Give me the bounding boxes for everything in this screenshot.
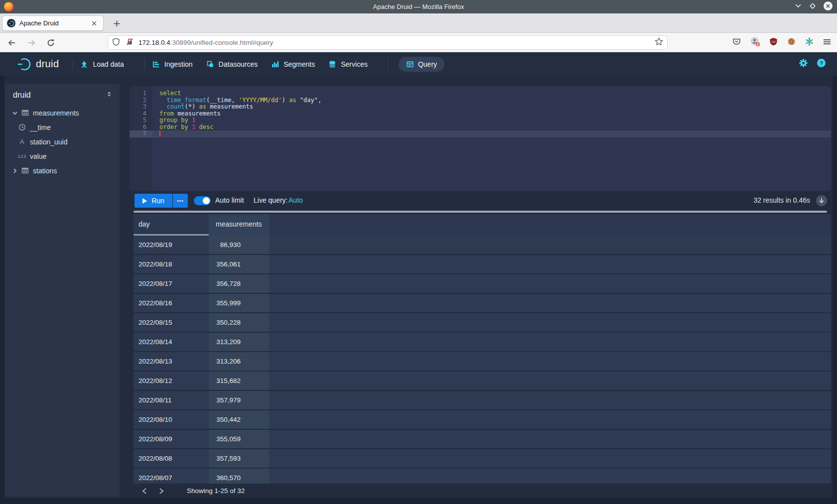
cell-day[interactable]: 2022/08/09 [134,430,209,448]
previous-page-icon[interactable] [140,487,149,496]
back-icon[interactable] [6,37,18,49]
browser-toolbar: 172.18.0.4:30899/unified-console.html#qu… [0,33,837,52]
cell-day[interactable]: 2022/08/16 [134,294,209,312]
cell-measurements[interactable]: 356,061 [209,255,269,273]
minimize-icon[interactable] [794,2,802,12]
page-edge [0,498,837,504]
editor-line[interactable]: 6order by 1 desc [130,124,831,131]
cell-day[interactable]: 2022/08/18 [134,255,209,273]
cell-measurements[interactable]: 360,570 [209,469,269,484]
page-edge [0,76,4,504]
editor-line[interactable]: 7 [130,130,831,137]
extension-disabled-icon[interactable] [750,37,760,48]
pagination-bar: Showing 1-25 of 32 [130,484,831,498]
results-header: day measurements [134,214,831,236]
line-number: 4 [130,111,152,118]
close-icon[interactable] [823,1,833,13]
auto-limit-toggle[interactable] [194,196,211,205]
cell-day[interactable]: 2022/08/07 [134,469,209,484]
nav-load-data[interactable]: Load data [80,60,124,68]
new-tab-button[interactable] [111,17,123,29]
cell-measurements[interactable]: 357,593 [209,449,269,468]
cell-filler [269,410,831,429]
tab-apache-druid[interactable]: Apache Druid [2,15,104,31]
column-header-measurements[interactable]: measurements [209,214,269,236]
editor-line[interactable]: 5group by 1 [130,117,831,124]
sidebar-item-value-column[interactable]: 123 value [5,149,120,163]
cell-day[interactable]: 2022/08/17 [134,274,209,293]
nav-ingestion[interactable]: Ingestion [152,60,193,68]
url-bar[interactable]: 172.18.0.4:30899/unified-console.html#qu… [108,35,668,50]
help-icon[interactable]: ? [817,58,826,70]
number-type-icon: 123 [17,153,27,159]
sidebar-item-stations[interactable]: stations [5,163,120,178]
editor-line[interactable]: 4from measurements [130,111,831,118]
sparkle-addon-icon[interactable] [805,37,814,48]
chevron-right-icon[interactable] [12,168,19,174]
pocket-icon[interactable] [732,37,741,48]
cell-measurements[interactable]: 350,228 [209,313,269,332]
insecure-lock-icon[interactable] [126,38,134,48]
nav-datasources[interactable]: Datasources [206,60,258,68]
cookie-icon[interactable] [787,37,796,48]
cell-day[interactable]: 2022/08/11 [134,391,209,409]
download-results-icon[interactable] [816,195,827,206]
live-query-value[interactable]: Auto [288,196,303,204]
sidebar-item-measurements[interactable]: measurements [5,106,120,120]
url-host: 172.18.0.4 [139,39,170,46]
editor-line[interactable]: 3 count(*) as measurements [130,104,831,111]
code-text [159,130,160,137]
cell-measurements[interactable]: 313,209 [209,333,269,351]
cell-day[interactable]: 2022/08/19 [134,236,209,254]
line-number: 2 [130,97,152,104]
forward-icon[interactable] [25,37,37,49]
cell-measurements[interactable]: 355,059 [209,430,269,448]
sql-editor[interactable]: 1select2 time_format(__time, 'YYYY/MM/dd… [130,86,831,191]
cell-measurements[interactable]: 357,979 [209,391,269,409]
cell-day[interactable]: 2022/08/15 [134,313,209,332]
cell-day[interactable]: 2022/08/13 [134,352,209,371]
table-name: measurements [33,109,79,117]
maximize-icon[interactable] [809,2,817,12]
nav-query-active[interactable]: Query [399,57,444,72]
cell-measurements[interactable]: 355,999 [209,294,269,312]
next-page-icon[interactable] [157,487,166,496]
druid-logo[interactable]: druid [17,57,59,72]
code-text: time_format(__time, 'YYYY/MM/dd') as "da… [159,97,321,104]
tab-close-icon[interactable] [90,19,99,28]
druid-favicon-icon [7,19,15,27]
sidebar-item-time-column[interactable]: __time [5,120,120,134]
page-edge [833,76,837,504]
editor-line[interactable]: 2 time_format(__time, 'YYYY/MM/dd') as "… [130,97,831,104]
column-header-day[interactable]: day [134,214,209,236]
editor-line[interactable]: 1select [130,90,831,97]
cell-measurements[interactable]: 86,930 [209,236,269,254]
settings-gear-icon[interactable] [799,58,808,70]
run-button[interactable]: Run [135,194,172,208]
chevron-down-icon[interactable] [12,110,19,116]
sort-double-caret-icon[interactable] [106,91,113,100]
table-row: 2022/08/16355,999 [134,294,831,313]
cell-measurements[interactable]: 313,206 [209,352,269,371]
reload-icon[interactable] [45,37,57,49]
cell-day[interactable]: 2022/08/10 [134,410,209,429]
bookmark-star-icon[interactable] [655,37,663,48]
cell-day[interactable]: 2022/08/08 [134,449,209,468]
url-text[interactable]: 172.18.0.4:30899/unified-console.html#qu… [139,39,655,46]
menu-hamburger-icon[interactable] [823,38,831,48]
run-more-button[interactable]: ••• [173,194,188,208]
nav-services[interactable]: Services [328,60,368,68]
sidebar-item-station-uuid-column[interactable]: A station_uuid [5,134,120,149]
cell-day[interactable]: 2022/08/14 [134,333,209,351]
cell-day[interactable]: 2022/08/12 [134,372,209,390]
shield-icon[interactable] [112,38,120,48]
nav-label: Datasources [219,60,258,68]
nav-segments[interactable]: Segments [271,60,315,68]
table-row: 2022/08/07360,570 [134,469,831,484]
column-name: value [30,152,46,160]
cell-measurements[interactable]: 315,682 [209,372,269,390]
cell-measurements[interactable]: 356,728 [209,274,269,293]
cell-measurements[interactable]: 350,442 [209,410,269,429]
horizontal-scrollbar[interactable] [134,211,827,213]
ublock-icon[interactable]: UO [769,37,778,48]
